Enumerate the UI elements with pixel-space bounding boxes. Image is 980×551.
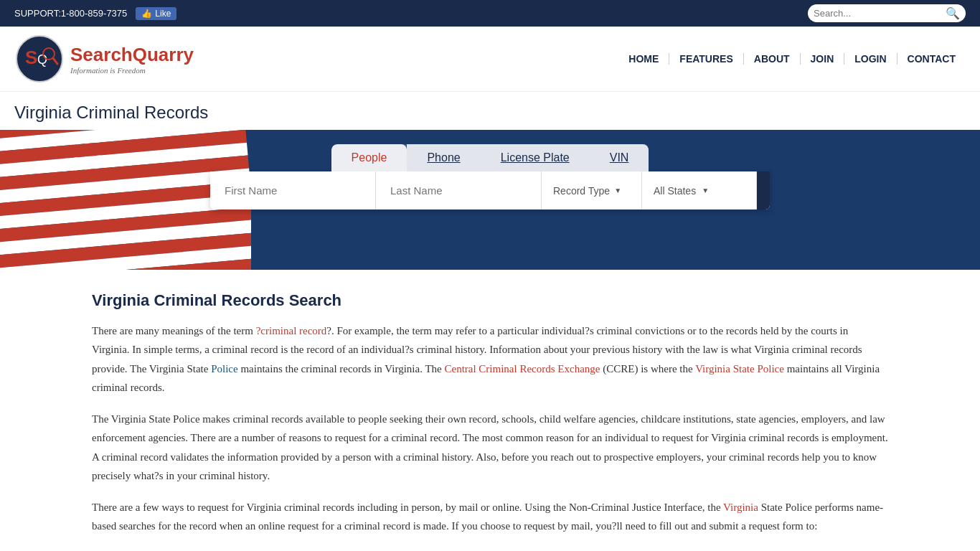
logo-icon: S Q [14, 34, 65, 84]
search-tabs: People Phone License Plate VIN [331, 144, 649, 171]
top-search-icon[interactable]: 🔍 [946, 6, 960, 20]
search-form: Record Type ▼ All States ▼ SEARCH [210, 171, 770, 209]
first-name-input[interactable] [210, 171, 376, 209]
content-paragraph-2: The Virginia State Police makes criminal… [92, 410, 888, 485]
header: S Q SearchQuarry Information is Freedom … [0, 27, 980, 92]
logo-tagline: Information is Freedom [70, 66, 194, 75]
logo-text: SearchQuarry Information is Freedom [70, 44, 194, 75]
top-bar-left: SUPPORT:1-800-859-7375 👍 Like [14, 7, 176, 20]
top-search-bar: 🔍 [808, 4, 966, 22]
logo-area: S Q SearchQuarry Information is Freedom [14, 34, 194, 84]
subheading-vdsp: Virginia Department of State Police [92, 549, 888, 552]
tab-people[interactable]: People [331, 144, 407, 171]
record-type-dropdown[interactable]: Record Type ▼ [542, 171, 642, 209]
main-nav: HOME FEATURES ABOUT JOIN LOGIN CONTACT [618, 53, 966, 65]
last-name-input[interactable] [376, 171, 542, 209]
logo-name: SearchQuarry [70, 44, 194, 66]
nav-about[interactable]: ABOUT [744, 53, 801, 65]
virginia-link[interactable]: Virginia [723, 501, 758, 513]
state-label: All States [654, 185, 696, 197]
tab-vin[interactable]: VIN [590, 144, 649, 171]
ccre-link[interactable]: Central Criminal Records Exchange [444, 363, 600, 375]
top-bar: SUPPORT:1-800-859-7375 👍 Like 🔍 [0, 0, 980, 27]
page-title-bar: Virginia Criminal Records [0, 92, 980, 130]
logo-name-part1: Search [70, 44, 133, 65]
record-type-label: Record Type [553, 185, 610, 197]
nav-login[interactable]: LOGIN [844, 53, 897, 65]
tab-phone[interactable]: Phone [407, 144, 480, 171]
content-paragraph-1: There are many meanings of the term ?cri… [92, 321, 888, 397]
search-container: People Phone License Plate VIN Record Ty… [210, 144, 770, 209]
state-dropdown[interactable]: All States ▼ [642, 171, 757, 209]
criminal-record-link-1[interactable]: ?criminal record [256, 325, 327, 336]
tab-license-plate[interactable]: License Plate [481, 144, 590, 171]
search-button[interactable]: SEARCH [757, 171, 770, 209]
fb-thumb-icon: 👍 [141, 9, 152, 19]
virginia-state-police-link[interactable]: Virginia State Police [695, 363, 784, 375]
logo-name-part2: Quarry [133, 44, 194, 65]
support-text: SUPPORT:1-800-859-7375 [14, 8, 127, 19]
main-content: Virginia Criminal Records Search There a… [77, 270, 903, 551]
svg-text:S: S [25, 47, 37, 68]
content-section-title: Virginia Criminal Records Search [92, 291, 888, 310]
record-type-arrow-icon: ▼ [614, 187, 621, 194]
content-paragraph-3: There are a few ways to request for Virg… [92, 498, 888, 536]
state-arrow-icon: ▼ [702, 187, 709, 194]
nav-home[interactable]: HOME [618, 53, 669, 65]
nav-contact[interactable]: CONTACT [897, 53, 966, 65]
nav-join[interactable]: JOIN [801, 53, 845, 65]
facebook-like-button[interactable]: 👍 Like [136, 7, 176, 20]
hero-section: ★★★★★★★★★★★★★★★★★★★★★★★★★★★★★★ People Ph… [0, 130, 980, 270]
nav-features[interactable]: FEATURES [669, 53, 743, 65]
police-link-1[interactable]: Police [211, 363, 238, 375]
top-search-input[interactable] [814, 8, 946, 19]
page-title: Virginia Criminal Records [14, 103, 966, 123]
fb-like-label: Like [155, 9, 171, 19]
